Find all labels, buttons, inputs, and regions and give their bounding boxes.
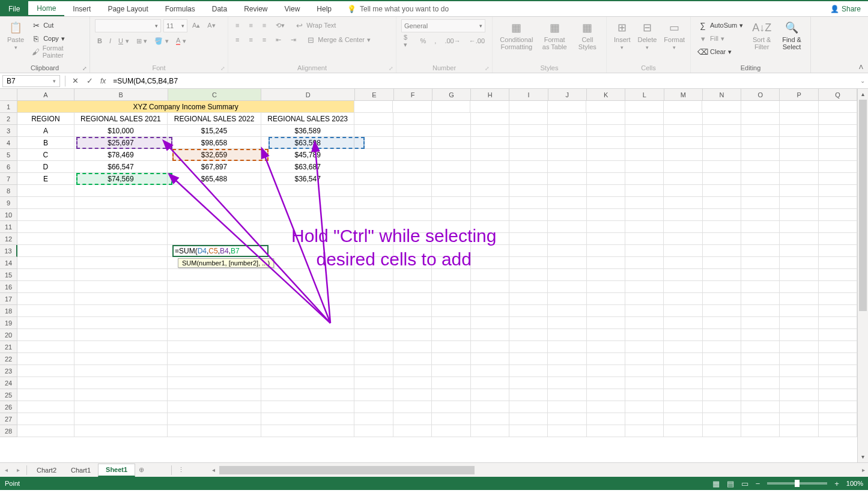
cell-G21[interactable] bbox=[432, 341, 470, 353]
cell-L11[interactable] bbox=[625, 221, 664, 233]
formula-edit-cell[interactable]: =SUM(D4,C5,B4,B7 bbox=[172, 245, 269, 257]
cell-M26[interactable] bbox=[664, 401, 702, 413]
cell-J22[interactable] bbox=[548, 353, 586, 365]
cell-H24[interactable] bbox=[471, 377, 509, 389]
cell-N26[interactable] bbox=[703, 401, 741, 413]
cell-H2[interactable] bbox=[471, 113, 509, 125]
cell-O12[interactable] bbox=[741, 233, 780, 245]
cell-N13[interactable] bbox=[703, 245, 741, 257]
cell-Q6[interactable] bbox=[819, 161, 857, 173]
cell-C22[interactable] bbox=[168, 353, 261, 365]
expand-formula-bar-button[interactable]: ⌄ bbox=[857, 77, 868, 84]
paste-button[interactable]: 📋 Paste ▾ bbox=[5, 19, 26, 52]
horizontal-scrollbar[interactable]: ◂ ▸ bbox=[208, 466, 868, 474]
zoom-out-button[interactable]: − bbox=[756, 479, 760, 488]
cell-Q24[interactable] bbox=[819, 377, 857, 389]
cell-F7[interactable] bbox=[393, 173, 432, 185]
cell-O23[interactable] bbox=[741, 365, 780, 377]
sheet-tab-sheet1[interactable]: Sheet1 bbox=[98, 464, 135, 477]
col-header-B[interactable]: B bbox=[74, 89, 168, 100]
cell-A10[interactable] bbox=[17, 209, 74, 221]
cell-P12[interactable] bbox=[780, 233, 818, 245]
row-header-20[interactable]: 20 bbox=[0, 329, 17, 341]
cell-H27[interactable] bbox=[471, 413, 509, 425]
cell-C5[interactable]: $32,659 bbox=[168, 149, 261, 161]
cell-P4[interactable] bbox=[780, 137, 818, 149]
cell-F16[interactable] bbox=[393, 281, 432, 293]
cell-O2[interactable] bbox=[741, 113, 780, 125]
fx-icon[interactable]: fx bbox=[97, 77, 109, 85]
cell-E27[interactable] bbox=[354, 413, 393, 425]
cell-L26[interactable] bbox=[625, 401, 664, 413]
cell-L25[interactable] bbox=[625, 389, 664, 401]
cell-P20[interactable] bbox=[780, 329, 818, 341]
cell-B5[interactable]: $78,469 bbox=[74, 149, 168, 161]
cell-G7[interactable] bbox=[432, 173, 470, 185]
cell-D15[interactable] bbox=[261, 269, 355, 281]
cell-F18[interactable] bbox=[393, 305, 432, 317]
cell-F21[interactable] bbox=[393, 341, 432, 353]
cell-J2[interactable] bbox=[548, 113, 586, 125]
cell-E20[interactable] bbox=[354, 329, 393, 341]
align-center-button[interactable]: ≡ bbox=[246, 34, 255, 46]
cell-A18[interactable] bbox=[17, 305, 74, 317]
cell-A7[interactable]: E bbox=[17, 173, 74, 185]
cell-C9[interactable] bbox=[168, 197, 261, 209]
row-header-14[interactable]: 14 bbox=[0, 257, 17, 269]
cell-P10[interactable] bbox=[780, 209, 818, 221]
cell-Q4[interactable] bbox=[819, 137, 857, 149]
cell-Q26[interactable] bbox=[819, 401, 857, 413]
tab-help[interactable]: Help bbox=[308, 1, 340, 16]
cell-F8[interactable] bbox=[393, 185, 432, 197]
cell-N1[interactable] bbox=[702, 101, 741, 113]
cell-F15[interactable] bbox=[393, 269, 432, 281]
cell-H1[interactable] bbox=[470, 101, 509, 113]
cell-E1[interactable] bbox=[354, 101, 393, 113]
cell-K7[interactable] bbox=[587, 173, 625, 185]
align-right-button[interactable]: ≡ bbox=[260, 34, 269, 46]
cell-N9[interactable] bbox=[703, 197, 741, 209]
col-header-P[interactable]: P bbox=[780, 89, 818, 100]
cell-J12[interactable] bbox=[548, 233, 586, 245]
cell-O7[interactable] bbox=[741, 173, 780, 185]
cell-L9[interactable] bbox=[625, 197, 664, 209]
cell-O5[interactable] bbox=[741, 149, 780, 161]
cell-E18[interactable] bbox=[354, 305, 393, 317]
cell-O25[interactable] bbox=[741, 389, 780, 401]
col-header-K[interactable]: K bbox=[587, 89, 625, 100]
vscroll-thumb[interactable] bbox=[859, 100, 867, 311]
cell-J20[interactable] bbox=[548, 329, 586, 341]
cell-C27[interactable] bbox=[168, 413, 261, 425]
cell-K9[interactable] bbox=[587, 197, 625, 209]
cell-A11[interactable] bbox=[17, 221, 74, 233]
col-header-H[interactable]: H bbox=[471, 89, 509, 100]
insert-cells-button[interactable]: ⊞Insert▾ bbox=[612, 19, 633, 52]
cell-D7[interactable]: $36,547 bbox=[261, 173, 355, 185]
cell-A15[interactable] bbox=[17, 269, 74, 281]
cell-I5[interactable] bbox=[509, 149, 548, 161]
cell-D3[interactable]: $36,589 bbox=[261, 125, 355, 137]
cell-L15[interactable] bbox=[625, 269, 664, 281]
cell-D28[interactable] bbox=[261, 425, 355, 437]
number-launcher-icon[interactable]: ⤢ bbox=[485, 65, 490, 71]
cell-K18[interactable] bbox=[587, 305, 625, 317]
cell-I12[interactable] bbox=[509, 233, 548, 245]
comma-format-button[interactable]: , bbox=[432, 35, 439, 47]
clear-button[interactable]: ⌫Clear ▾ bbox=[696, 46, 745, 58]
row-header-6[interactable]: 6 bbox=[0, 161, 17, 173]
cell-C8[interactable] bbox=[168, 185, 261, 197]
cell-M18[interactable] bbox=[664, 305, 702, 317]
cell-K25[interactable] bbox=[587, 389, 625, 401]
cell-G9[interactable] bbox=[432, 197, 470, 209]
cell-K21[interactable] bbox=[587, 341, 625, 353]
scroll-down-button[interactable]: ▾ bbox=[858, 452, 868, 462]
cell-Q3[interactable] bbox=[819, 125, 857, 137]
col-header-J[interactable]: J bbox=[548, 89, 587, 100]
cell-P16[interactable] bbox=[780, 281, 818, 293]
cell-N11[interactable] bbox=[703, 221, 741, 233]
cell-P24[interactable] bbox=[780, 377, 818, 389]
cell-I3[interactable] bbox=[509, 125, 548, 137]
cell-M19[interactable] bbox=[664, 317, 702, 329]
cell-B17[interactable] bbox=[74, 293, 168, 305]
row-header-21[interactable]: 21 bbox=[0, 341, 17, 353]
